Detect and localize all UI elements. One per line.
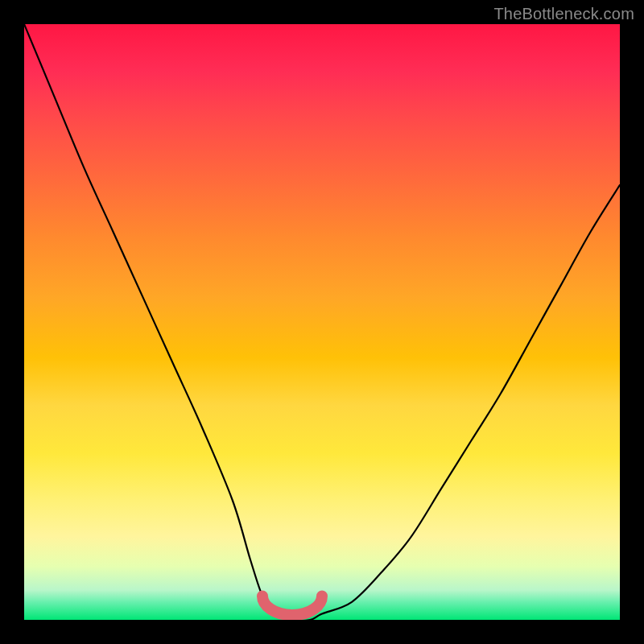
chart-frame: TheBottleneck.com — [0, 0, 644, 644]
trough-highlight — [262, 596, 322, 615]
bottleneck-curve — [24, 24, 620, 620]
watermark-text: TheBottleneck.com — [493, 5, 634, 23]
plot-area — [24, 24, 620, 620]
chart-overlay — [24, 24, 620, 620]
